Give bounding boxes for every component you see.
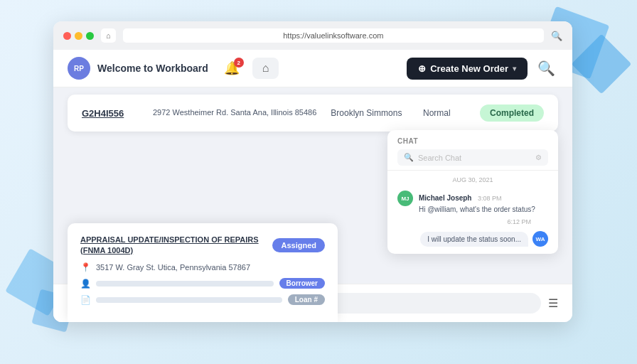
app-header: RP Welcome to Workboard 🔔 2 ⌂ ⊕ Create N…: [53, 50, 572, 87]
order-detail-address-row: 📍 3517 W. Gray St. Utica, Pennsylvania 5…: [80, 262, 325, 272]
order-detail-header: APPRAISAL UPDATE/INSPECTION OF REPAIRS (…: [80, 235, 325, 255]
borrower-tag: Borrower: [279, 278, 325, 289]
loan-placeholder: [96, 297, 282, 303]
chat-avatar-wa: WA: [532, 231, 548, 247]
notification-badge: 2: [234, 58, 244, 68]
window-controls: [63, 32, 94, 40]
chat-text-1: Hi @william, what's the order status?: [419, 205, 548, 214]
create-order-button[interactable]: ⊕ Create New Order ▾: [407, 58, 528, 80]
avatar: RP: [68, 57, 90, 80]
loan-tag: Loan #: [288, 294, 325, 305]
assigned-badge: Assigned: [272, 238, 325, 252]
order-detail-borrower-row: 👤 Borrower: [80, 278, 325, 289]
welcome-text: Welcome to Workboard: [97, 63, 211, 74]
chat-header: CHAT 🔍 Search Chat ⚙: [387, 130, 558, 171]
order-id[interactable]: G2H4I556: [82, 108, 139, 119]
chat-reply-time: 6:12 PM: [387, 218, 558, 227]
chat-search-icon: 🔍: [404, 153, 414, 162]
close-dot: [63, 32, 71, 40]
chat-search-placeholder: Search Chat: [418, 154, 531, 162]
status-badge: Completed: [480, 105, 544, 122]
chat-reply-row: I will update the status soon... WA: [387, 227, 558, 254]
order-address: 2972 Westheimer Rd. Santa Ana, Illinois …: [153, 107, 316, 118]
filter-button[interactable]: ☰: [548, 296, 558, 310]
chat-message-1: MJ Michael Joseph 3:08 PM Hi @william, w…: [387, 186, 558, 218]
home-button[interactable]: ⌂: [101, 28, 116, 43]
chat-sender-1: Michael Joseph: [419, 194, 471, 202]
browser-window: ⌂ https://valuelinksoftware.com 🔍 RP Wel…: [53, 21, 572, 322]
chat-filter-icon: ⚙: [535, 154, 542, 161]
document-icon: 📄: [80, 295, 90, 305]
minimize-dot: [75, 32, 82, 40]
chat-reply-bubble: I will update the status soon...: [420, 232, 528, 247]
chat-title: CHAT: [397, 137, 548, 145]
order-detail-title[interactable]: APPRAISAL UPDATE/INSPECTION OF REPAIRS (…: [80, 235, 265, 255]
location-icon: 📍: [80, 262, 90, 272]
header-search-button[interactable]: 🔍: [535, 57, 558, 80]
chat-search-bar[interactable]: 🔍 Search Chat ⚙: [397, 149, 548, 166]
browser-search-button[interactable]: 🔍: [551, 31, 562, 41]
maximize-dot: [86, 32, 94, 40]
chat-time-1: 3:08 PM: [478, 195, 502, 202]
order-priority: Normal: [423, 108, 466, 118]
url-bar[interactable]: https://valuelinksoftware.com: [123, 28, 544, 43]
notification-button[interactable]: 🔔 2: [218, 59, 245, 77]
chat-panel: CHAT 🔍 Search Chat ⚙ AUG 30, 2021 MJ Mic…: [387, 130, 558, 254]
chat-date-divider: AUG 30, 2021: [387, 171, 558, 186]
order-detail-loan-row: 📄 Loan #: [80, 294, 325, 305]
order-detail-card: APPRAISAL UPDATE/INSPECTION OF REPAIRS (…: [68, 223, 338, 322]
order-client: Brooklyn Simmons: [331, 108, 409, 118]
workboard-home-button[interactable]: ⌂: [252, 58, 279, 79]
create-order-plus-icon: ⊕: [418, 63, 426, 74]
browser-toolbar: ⌂ https://valuelinksoftware.com 🔍: [53, 21, 572, 50]
chat-message-content-1: Michael Joseph 3:08 PM Hi @william, what…: [419, 191, 548, 214]
content-area: G2H4I556 2972 Westheimer Rd. Santa Ana, …: [53, 87, 572, 322]
person-icon: 👤: [80, 279, 90, 289]
order-detail-address: 3517 W. Gray St. Utica, Pennsylvania 578…: [96, 263, 250, 272]
filter-icon: ☰: [548, 297, 558, 309]
order-row-card: G2H4I556 2972 Westheimer Rd. Santa Ana, …: [68, 95, 558, 132]
borrower-placeholder: [96, 281, 274, 287]
chat-avatar-mj: MJ: [397, 191, 413, 206]
chevron-down-icon: ▾: [513, 65, 516, 73]
